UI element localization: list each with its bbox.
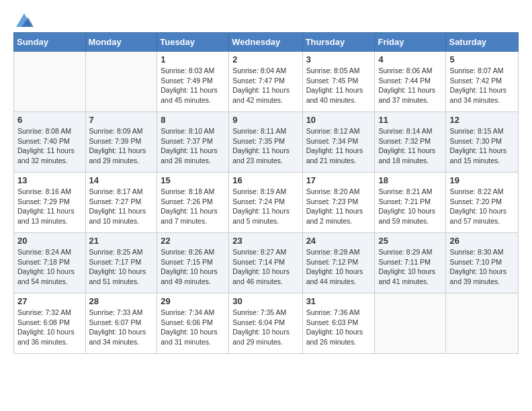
calendar-cell: 21Sunrise: 8:25 AM Sunset: 7:17 PM Dayli… (85, 233, 157, 293)
calendar-cell: 7Sunrise: 8:09 AM Sunset: 7:39 PM Daylig… (85, 112, 157, 173)
calendar-cell: 28Sunrise: 7:33 AM Sunset: 6:07 PM Dayli… (85, 293, 157, 354)
day-number: 11 (378, 115, 442, 125)
day-info: Sunrise: 8:30 AM Sunset: 7:10 PM Dayligh… (449, 247, 515, 287)
calendar-cell: 26Sunrise: 8:30 AM Sunset: 7:10 PM Dayli… (446, 233, 519, 293)
calendar-cell: 19Sunrise: 8:22 AM Sunset: 7:20 PM Dayli… (446, 173, 519, 233)
calendar-cell (14, 52, 86, 112)
day-number: 21 (89, 236, 154, 246)
calendar-cell: 25Sunrise: 8:29 AM Sunset: 7:11 PM Dayli… (375, 233, 446, 293)
day-info: Sunrise: 8:11 AM Sunset: 7:35 PM Dayligh… (232, 126, 298, 166)
day-number: 31 (306, 296, 371, 306)
day-number: 24 (306, 236, 371, 246)
day-number: 4 (378, 54, 442, 64)
calendar-cell: 18Sunrise: 8:21 AM Sunset: 7:21 PM Dayli… (375, 173, 446, 233)
weekday-header-row: SundayMondayTuesdayWednesdayThursdayFrid… (14, 33, 519, 52)
weekday-header-friday: Friday (375, 33, 446, 52)
calendar-cell (85, 52, 157, 112)
day-info: Sunrise: 8:09 AM Sunset: 7:39 PM Dayligh… (89, 126, 154, 166)
week-row-5: 27Sunrise: 7:32 AM Sunset: 6:08 PM Dayli… (14, 293, 519, 354)
calendar-cell: 23Sunrise: 8:27 AM Sunset: 7:14 PM Dayli… (229, 233, 302, 293)
day-number: 7 (89, 115, 154, 125)
calendar-cell: 4Sunrise: 8:06 AM Sunset: 7:44 PM Daylig… (375, 52, 446, 112)
day-info: Sunrise: 8:15 AM Sunset: 7:30 PM Dayligh… (449, 126, 515, 166)
day-info: Sunrise: 8:26 AM Sunset: 7:15 PM Dayligh… (161, 247, 225, 287)
day-info: Sunrise: 8:07 AM Sunset: 7:42 PM Dayligh… (449, 66, 515, 105)
day-number: 2 (232, 54, 298, 64)
day-info: Sunrise: 7:34 AM Sunset: 6:06 PM Dayligh… (161, 308, 225, 347)
day-number: 25 (378, 236, 442, 246)
day-info: Sunrise: 8:14 AM Sunset: 7:32 PM Dayligh… (378, 126, 442, 166)
day-info: Sunrise: 8:21 AM Sunset: 7:21 PM Dayligh… (378, 187, 442, 226)
day-number: 18 (378, 175, 442, 185)
day-number: 27 (17, 296, 82, 306)
calendar-cell (375, 293, 446, 354)
day-number: 17 (306, 175, 371, 185)
day-number: 23 (232, 236, 298, 246)
day-number: 1 (161, 54, 225, 64)
week-row-4: 20Sunrise: 8:24 AM Sunset: 7:18 PM Dayli… (14, 233, 519, 293)
day-info: Sunrise: 8:28 AM Sunset: 7:12 PM Dayligh… (306, 247, 371, 287)
day-info: Sunrise: 8:19 AM Sunset: 7:24 PM Dayligh… (232, 187, 298, 226)
week-row-3: 13Sunrise: 8:16 AM Sunset: 7:29 PM Dayli… (14, 173, 519, 233)
day-info: Sunrise: 7:35 AM Sunset: 6:04 PM Dayligh… (232, 308, 298, 347)
day-info: Sunrise: 8:29 AM Sunset: 7:11 PM Dayligh… (378, 247, 442, 287)
day-info: Sunrise: 7:32 AM Sunset: 6:08 PM Dayligh… (17, 308, 82, 347)
day-number: 30 (232, 296, 298, 306)
calendar-cell: 17Sunrise: 8:20 AM Sunset: 7:23 PM Dayli… (302, 173, 375, 233)
day-info: Sunrise: 8:20 AM Sunset: 7:23 PM Dayligh… (306, 187, 371, 226)
day-number: 26 (449, 236, 515, 246)
day-info: Sunrise: 8:22 AM Sunset: 7:20 PM Dayligh… (449, 187, 515, 226)
day-info: Sunrise: 7:36 AM Sunset: 6:03 PM Dayligh… (306, 308, 371, 347)
weekday-header-sunday: Sunday (14, 33, 86, 52)
calendar-cell: 1Sunrise: 8:03 AM Sunset: 7:49 PM Daylig… (157, 52, 229, 112)
calendar-cell: 15Sunrise: 8:18 AM Sunset: 7:26 PM Dayli… (157, 173, 229, 233)
day-number: 22 (161, 236, 225, 246)
day-number: 9 (232, 115, 298, 125)
calendar-cell: 20Sunrise: 8:24 AM Sunset: 7:18 PM Dayli… (14, 233, 86, 293)
day-number: 10 (306, 115, 371, 125)
calendar-cell: 30Sunrise: 7:35 AM Sunset: 6:04 PM Dayli… (229, 293, 302, 354)
calendar-cell: 11Sunrise: 8:14 AM Sunset: 7:32 PM Dayli… (375, 112, 446, 173)
calendar-cell (446, 293, 519, 354)
day-number: 13 (17, 175, 82, 185)
calendar-table: SundayMondayTuesdayWednesdayThursdayFrid… (13, 32, 519, 354)
day-info: Sunrise: 8:17 AM Sunset: 7:27 PM Dayligh… (89, 187, 154, 226)
page: SundayMondayTuesdayWednesdayThursdayFrid… (0, 0, 532, 367)
day-info: Sunrise: 8:25 AM Sunset: 7:17 PM Dayligh… (89, 247, 154, 287)
calendar-cell: 9Sunrise: 8:11 AM Sunset: 7:35 PM Daylig… (229, 112, 302, 173)
calendar-cell: 3Sunrise: 8:05 AM Sunset: 7:45 PM Daylig… (302, 52, 375, 112)
weekday-header-wednesday: Wednesday (229, 33, 302, 52)
calendar-cell: 10Sunrise: 8:12 AM Sunset: 7:34 PM Dayli… (302, 112, 375, 173)
calendar-cell: 31Sunrise: 7:36 AM Sunset: 6:03 PM Dayli… (302, 293, 375, 354)
calendar-cell: 22Sunrise: 8:26 AM Sunset: 7:15 PM Dayli… (157, 233, 229, 293)
day-info: Sunrise: 8:03 AM Sunset: 7:49 PM Dayligh… (161, 66, 225, 105)
day-info: Sunrise: 8:27 AM Sunset: 7:14 PM Dayligh… (232, 247, 298, 287)
week-row-2: 6Sunrise: 8:08 AM Sunset: 7:40 PM Daylig… (14, 112, 519, 173)
day-number: 28 (89, 296, 154, 306)
day-info: Sunrise: 8:05 AM Sunset: 7:45 PM Dayligh… (306, 66, 371, 105)
day-info: Sunrise: 8:12 AM Sunset: 7:34 PM Dayligh… (306, 126, 371, 166)
day-info: Sunrise: 8:16 AM Sunset: 7:29 PM Dayligh… (17, 187, 82, 226)
day-number: 15 (161, 175, 225, 185)
day-number: 16 (232, 175, 298, 185)
day-number: 6 (17, 115, 82, 125)
logo (13, 11, 34, 26)
calendar-cell: 14Sunrise: 8:17 AM Sunset: 7:27 PM Dayli… (85, 173, 157, 233)
day-info: Sunrise: 7:33 AM Sunset: 6:07 PM Dayligh… (89, 308, 154, 347)
weekday-header-thursday: Thursday (302, 33, 375, 52)
day-info: Sunrise: 8:04 AM Sunset: 7:47 PM Dayligh… (232, 66, 298, 105)
day-number: 14 (89, 175, 154, 185)
calendar-cell: 27Sunrise: 7:32 AM Sunset: 6:08 PM Dayli… (14, 293, 86, 354)
calendar-cell: 6Sunrise: 8:08 AM Sunset: 7:40 PM Daylig… (14, 112, 86, 173)
day-number: 20 (17, 236, 82, 246)
calendar-cell: 12Sunrise: 8:15 AM Sunset: 7:30 PM Dayli… (446, 112, 519, 173)
day-number: 3 (306, 54, 371, 64)
day-number: 29 (161, 296, 225, 306)
week-row-1: 1Sunrise: 8:03 AM Sunset: 7:49 PM Daylig… (14, 52, 519, 112)
day-info: Sunrise: 8:08 AM Sunset: 7:40 PM Dayligh… (17, 126, 82, 166)
calendar-cell: 13Sunrise: 8:16 AM Sunset: 7:29 PM Dayli… (14, 173, 86, 233)
day-info: Sunrise: 8:24 AM Sunset: 7:18 PM Dayligh… (17, 247, 82, 287)
day-number: 5 (449, 54, 515, 64)
calendar-cell: 2Sunrise: 8:04 AM Sunset: 7:47 PM Daylig… (229, 52, 302, 112)
day-info: Sunrise: 8:06 AM Sunset: 7:44 PM Dayligh… (378, 66, 442, 105)
